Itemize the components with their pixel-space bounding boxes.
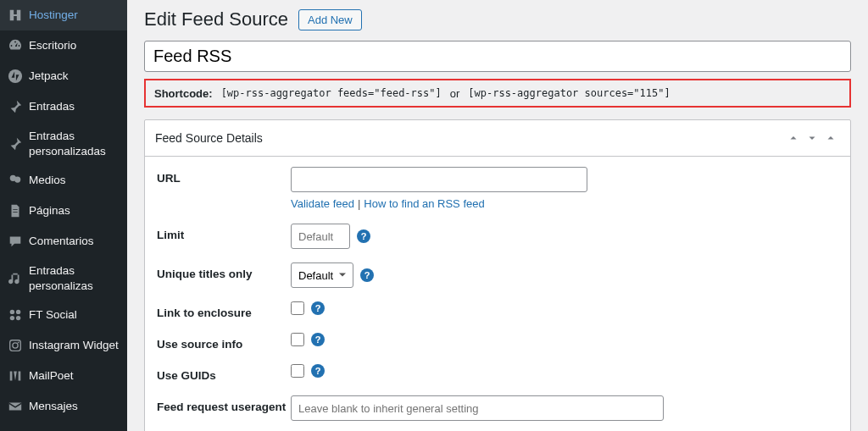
svg-point-3 bbox=[10, 316, 14, 320]
help-icon[interactable]: ? bbox=[311, 364, 325, 378]
sidebar-item-mailpoet[interactable]: MailPoet bbox=[0, 361, 127, 391]
svg-point-0 bbox=[8, 69, 22, 83]
sidebar-item-instagram-widget[interactable]: Instagram Widget bbox=[0, 330, 127, 361]
useragent-label: Feed request useragent bbox=[157, 395, 291, 413]
help-icon[interactable]: ? bbox=[357, 229, 370, 243]
admin-sidebar: Hostinger Escritorio Jetpack Entradas En… bbox=[0, 0, 127, 431]
metabox-title: Feed Source Details bbox=[155, 131, 784, 145]
sidebar-item-label: Instagram Widget bbox=[29, 338, 120, 353]
sidebar-item-hostinger[interactable]: Hostinger bbox=[0, 0, 127, 30]
sidebar-item-jetpack[interactable]: Jetpack bbox=[0, 61, 127, 91]
pin-icon bbox=[7, 98, 24, 115]
use-source-info-checkbox[interactable] bbox=[291, 333, 304, 346]
sidebar-item-label: MailPoet bbox=[29, 368, 120, 384]
sidebar-item-label: Entradas bbox=[29, 99, 120, 114]
sidebar-item-label: Escritorio bbox=[29, 38, 120, 53]
svg-rect-5 bbox=[10, 340, 21, 351]
unique-titles-label: Unique titles only bbox=[157, 262, 291, 280]
sidebar-item-entradas[interactable]: Entradas bbox=[0, 91, 127, 122]
form-row-useragent: Feed request useragent bbox=[157, 395, 838, 421]
comment-icon bbox=[7, 233, 24, 250]
sidebar-item-label: Páginas bbox=[29, 203, 120, 218]
unique-titles-select[interactable]: Default bbox=[291, 262, 353, 288]
svg-point-6 bbox=[13, 343, 18, 348]
page-icon bbox=[7, 202, 24, 219]
sidebar-item-label: Hostinger bbox=[29, 8, 120, 23]
hostinger-icon bbox=[7, 7, 24, 24]
sidebar-item-mensajes[interactable]: Mensajes bbox=[0, 391, 127, 422]
shortcode-code-2: [wp-rss-aggregator sources="115"] bbox=[465, 86, 673, 101]
shortcode-code-1: [wp-rss-aggregator feeds="feed-rss"] bbox=[218, 86, 445, 101]
help-icon[interactable]: ? bbox=[360, 268, 374, 282]
move-down-button[interactable] bbox=[803, 129, 821, 147]
form-row-url: URL Validate feed|How to find an RSS fee… bbox=[157, 167, 838, 210]
message-icon bbox=[7, 398, 24, 415]
metabox-header: Feed Source Details bbox=[145, 120, 850, 157]
social-icon bbox=[7, 307, 24, 323]
sidebar-item-entradas-personalizas[interactable]: Entradas personalizas bbox=[0, 257, 127, 300]
sidebar-item-label: FT Social bbox=[29, 307, 120, 323]
sidebar-item-comentarios[interactable]: Comentarios bbox=[0, 226, 127, 257]
feed-source-details-metabox: Feed Source Details URL Validate feed|Ho… bbox=[144, 119, 851, 431]
music-icon bbox=[7, 270, 24, 287]
url-label: URL bbox=[157, 167, 291, 185]
sidebar-item-ft-social[interactable]: FT Social bbox=[0, 300, 127, 330]
sidebar-item-label: Medios bbox=[29, 173, 120, 188]
main-content: Edit Feed Source Add New Shortcode: [wp-… bbox=[127, 0, 868, 431]
link-enclosure-label: Link to enclosure bbox=[157, 301, 291, 319]
form-row-use-guids: Use GUIDs ? bbox=[157, 364, 838, 382]
svg-point-4 bbox=[16, 316, 20, 320]
sidebar-item-rank-math-seo[interactable]: Rank Math SEO bbox=[0, 422, 127, 431]
page-title: Edit Feed Source bbox=[144, 8, 288, 30]
help-icon[interactable]: ? bbox=[311, 301, 325, 315]
title-input-wrap bbox=[144, 41, 851, 72]
shortcode-row: Shortcode: [wp-rss-aggregator feeds="fee… bbox=[144, 79, 851, 108]
shortcode-or: or bbox=[450, 87, 460, 100]
page-header: Edit Feed Source Add New bbox=[144, 8, 851, 30]
sidebar-item-label: Jetpack bbox=[29, 69, 120, 84]
move-up-button[interactable] bbox=[784, 129, 803, 147]
form-row-unique-titles: Unique titles only Default ? bbox=[157, 262, 838, 288]
shortcode-label: Shortcode: bbox=[154, 87, 213, 100]
use-guids-label: Use GUIDs bbox=[157, 364, 291, 382]
use-guids-checkbox[interactable] bbox=[291, 364, 304, 378]
form-row-use-source-info: Use source info ? bbox=[157, 333, 838, 351]
sidebar-item-entradas-personalizadas[interactable]: Entradas personalizadas bbox=[0, 122, 127, 165]
sidebar-item-label: Comentarios bbox=[29, 234, 120, 249]
use-source-info-label: Use source info bbox=[157, 333, 291, 351]
sidebar-item-escritorio[interactable]: Escritorio bbox=[0, 30, 127, 61]
useragent-input[interactable] bbox=[291, 395, 664, 421]
instagram-icon bbox=[7, 337, 24, 354]
help-icon[interactable]: ? bbox=[311, 333, 325, 346]
pin-icon bbox=[7, 135, 24, 152]
sidebar-item-paginas[interactable]: Páginas bbox=[0, 196, 127, 226]
limit-label: Limit bbox=[157, 224, 291, 241]
sidebar-item-label: Entradas personalizadas bbox=[29, 129, 120, 158]
svg-point-7 bbox=[18, 342, 19, 344]
toggle-button[interactable] bbox=[821, 129, 840, 147]
sidebar-item-medios[interactable]: Medios bbox=[0, 165, 127, 196]
howto-rss-link[interactable]: How to find an RSS feed bbox=[364, 197, 484, 210]
validate-feed-link[interactable]: Validate feed bbox=[291, 197, 354, 210]
form-row-limit: Limit ? bbox=[157, 224, 838, 249]
url-help: Validate feed|How to find an RSS feed bbox=[291, 197, 838, 210]
sidebar-item-label: Mensajes bbox=[29, 399, 120, 414]
metabox-body: URL Validate feed|How to find an RSS fee… bbox=[145, 157, 850, 431]
dashboard-icon bbox=[7, 37, 24, 54]
jetpack-icon bbox=[7, 68, 24, 85]
link-enclosure-checkbox[interactable] bbox=[291, 301, 304, 315]
sidebar-item-label: Entradas personalizas bbox=[29, 263, 120, 293]
form-row-link-enclosure: Link to enclosure ? bbox=[157, 301, 838, 319]
svg-point-1 bbox=[10, 310, 14, 314]
mailpoet-icon bbox=[7, 367, 24, 384]
add-new-button[interactable]: Add New bbox=[298, 9, 362, 30]
limit-input[interactable] bbox=[291, 224, 350, 249]
media-icon bbox=[7, 172, 24, 189]
url-input[interactable] bbox=[291, 167, 587, 192]
feed-title-input[interactable] bbox=[144, 41, 851, 72]
svg-point-2 bbox=[16, 310, 20, 314]
